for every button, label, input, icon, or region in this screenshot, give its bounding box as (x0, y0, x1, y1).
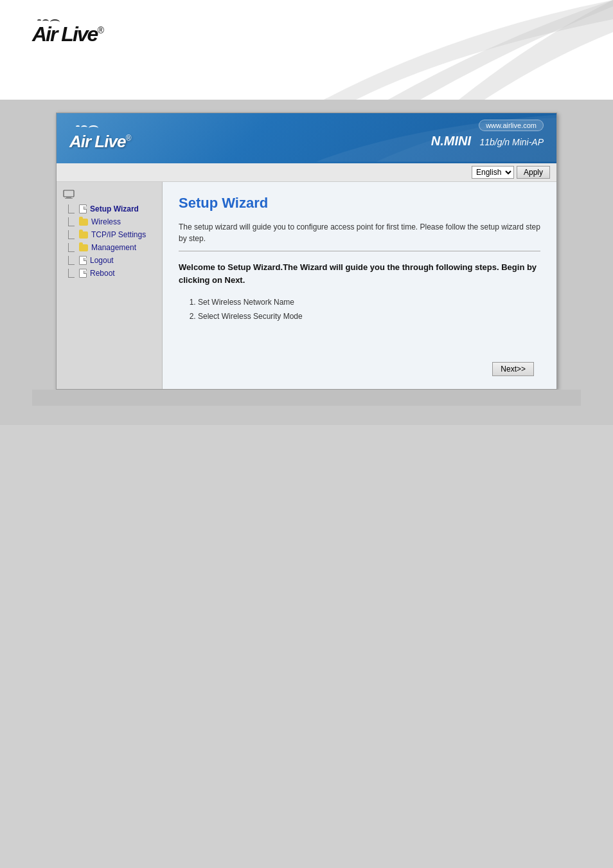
folder-icon-management (79, 244, 88, 251)
svg-rect-2 (65, 198, 73, 199)
sidebar-label-logout: Logout (90, 256, 114, 265)
device-url: www.airlive.com (479, 120, 544, 131)
device-logo-reg: ® (125, 134, 130, 143)
browser-frame: Air Live® www.airlive.com N.MINI 11b/g/n… (56, 113, 557, 390)
step-2: Select Wireless Security Mode (198, 310, 540, 324)
tree-line-icon (68, 204, 75, 213)
top-header: Air Live® (0, 0, 613, 100)
dev-signal-3 (89, 125, 98, 131)
tree-line-reboot (68, 269, 75, 278)
svg-rect-0 (64, 190, 74, 197)
steps-list: Set Wireless Network Name Select Wireles… (198, 296, 540, 323)
language-bar: English Apply (57, 163, 556, 182)
sidebar-label-wireless: Wireless (91, 217, 121, 226)
device-model-name: N.MINI (431, 134, 471, 148)
step-1: Set Wireless Network Name (198, 296, 540, 310)
computer-icon (63, 190, 75, 199)
sidebar-item-reboot[interactable]: Reboot (57, 267, 162, 280)
folder-icon-tcpip (79, 231, 88, 239)
welcome-heading: Welcome to Setup Wizard.The Wizard will … (179, 261, 540, 286)
sidebar-label-tcpip: TCP/IP Settings (91, 230, 146, 239)
dev-signal-2 (81, 125, 87, 129)
page-icon-setup (79, 204, 87, 213)
sidebar-root (57, 187, 162, 203)
device-signal-arcs (76, 125, 98, 131)
tree-line-logout (68, 256, 75, 265)
device-logo: Air Live® (69, 125, 130, 152)
content-area: Setup Wizard Wireless TCP/IP Settings (57, 182, 556, 389)
logo-air: Air Live (32, 23, 97, 46)
device-model-desc: 11b/g/n Mini-AP (479, 137, 544, 147)
main-content-panel: Setup Wizard The setup wizard will guide… (163, 182, 556, 389)
sidebar-item-setup-wizard[interactable]: Setup Wizard (57, 203, 162, 215)
page-icon-logout (79, 256, 87, 265)
sidebar-label-setup-wizard: Setup Wizard (90, 204, 139, 213)
tree-line-management (68, 243, 75, 252)
next-button-area: Next>> (179, 362, 540, 376)
description-text: The setup wizard will guide you to confi… (179, 221, 540, 244)
top-swoosh-decoration (227, 0, 613, 100)
tree-line-wireless (68, 217, 75, 226)
logo-registered: ® (97, 25, 102, 35)
sidebar: Setup Wizard Wireless TCP/IP Settings (57, 182, 163, 389)
folder-icon-wireless (79, 219, 88, 226)
signal-arc-1 (37, 19, 41, 22)
device-logo-brand: Air Live® (69, 132, 130, 152)
sidebar-item-logout[interactable]: Logout (57, 254, 162, 267)
bottom-bar (32, 390, 581, 406)
airlive-logo: Air Live® (32, 19, 103, 44)
sidebar-label-management: Management (91, 243, 136, 252)
next-button[interactable]: Next>> (492, 362, 534, 376)
sidebar-item-management[interactable]: Management (57, 241, 162, 254)
dev-signal-1 (76, 125, 80, 128)
logo-brand-text: Air Live® (32, 24, 103, 44)
sidebar-item-tcpip[interactable]: TCP/IP Settings (57, 228, 162, 241)
tree-line-tcpip (68, 230, 75, 239)
apply-button[interactable]: Apply (517, 166, 550, 179)
page-title: Setup Wizard (179, 195, 540, 212)
page-icon-reboot (79, 269, 87, 278)
sidebar-item-wireless[interactable]: Wireless (57, 215, 162, 228)
device-right-info: www.airlive.com N.MINI 11b/g/n Mini-AP (431, 120, 544, 149)
main-area: Air Live® www.airlive.com N.MINI 11b/g/n… (0, 100, 613, 425)
device-header: Air Live® www.airlive.com N.MINI 11b/g/n… (57, 113, 556, 163)
language-select[interactable]: English (472, 166, 514, 179)
content-divider (179, 251, 540, 251)
sidebar-label-reboot: Reboot (90, 269, 115, 278)
svg-rect-1 (66, 197, 71, 198)
device-model: N.MINI 11b/g/n Mini-AP (431, 134, 544, 149)
